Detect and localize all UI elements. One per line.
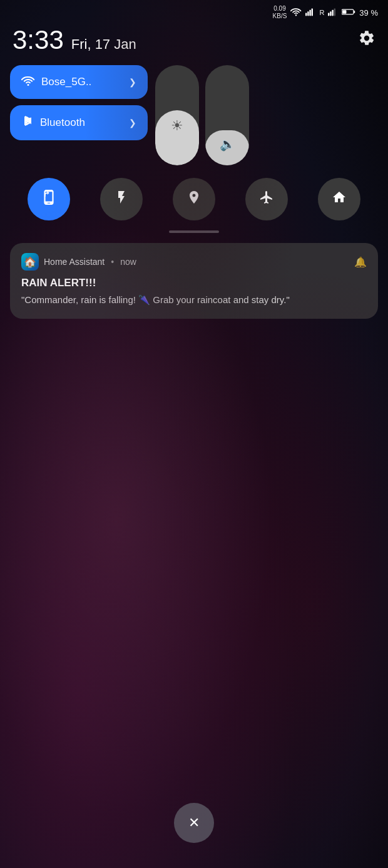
notification-bell-icon: 🔔	[354, 256, 367, 268]
brightness-icon: ☀	[171, 118, 183, 134]
app-name: Home Assistant	[44, 257, 105, 267]
svg-rect-7	[334, 8, 335, 16]
bluetooth-tile-label: Bluetooth	[40, 116, 123, 129]
wifi-tile-label: Bose_5G..	[41, 76, 123, 88]
notif-separator: •	[111, 257, 114, 267]
location-action-btn[interactable]	[173, 178, 215, 220]
wifi-icon	[290, 8, 302, 18]
network-speed: 0.09 KB/S	[273, 5, 287, 20]
time-bar: 3:33 Fri, 17 Jan	[0, 23, 388, 65]
app-icon: 🏠	[21, 253, 39, 271]
svg-rect-5	[330, 11, 332, 16]
volume-icon: 🔈	[220, 137, 235, 152]
flashlight-icon	[114, 190, 129, 209]
airplane-action-btn[interactable]	[245, 178, 288, 220]
svg-rect-4	[328, 13, 329, 16]
settings-icon[interactable]	[358, 29, 375, 51]
close-button[interactable]: ✕	[174, 803, 214, 843]
svg-rect-0	[305, 13, 307, 16]
brightness-fill: ☀	[155, 110, 199, 165]
volume-slider[interactable]: 🔈	[205, 65, 249, 165]
notification-header: 🏠 Home Assistant • now 🔔	[21, 253, 367, 271]
toggle-tiles: Bose_5G.. ❯ Bluetooth ❯	[10, 65, 148, 165]
notification-title: RAIN ALERT!!!	[21, 277, 367, 289]
svg-rect-6	[332, 9, 334, 16]
close-icon: ✕	[188, 815, 200, 831]
svg-rect-2	[310, 9, 311, 16]
svg-rect-3	[312, 8, 313, 16]
bluetooth-chevron-icon: ❯	[129, 118, 136, 128]
signal-icon-2	[328, 8, 338, 18]
home-action-btn[interactable]	[318, 178, 360, 220]
svg-rect-10	[343, 10, 347, 14]
brightness-slider[interactable]: ☀	[155, 65, 199, 165]
bluetooth-tile[interactable]: Bluetooth ❯	[10, 105, 148, 140]
bluetooth-tile-icon	[21, 114, 34, 132]
sliders-area: ☀ 🔈	[155, 65, 378, 165]
battery-icon	[342, 8, 355, 18]
wifi-tile-icon	[21, 74, 35, 90]
rotate-action-btn[interactable]	[28, 178, 70, 220]
status-bar: 0.09 KB/S R 39 %	[0, 0, 388, 23]
notif-time: now	[120, 257, 136, 267]
battery-percent: 39 %	[359, 8, 378, 18]
signal-r-label: R	[319, 9, 324, 16]
airplane-icon	[259, 190, 274, 209]
svg-rect-9	[354, 11, 355, 13]
wifi-chevron-icon: ❯	[129, 77, 136, 87]
svg-rect-1	[308, 11, 309, 16]
quick-tiles-area: Bose_5G.. ❯ Bluetooth ❯ ☀	[0, 65, 388, 165]
location-icon	[186, 190, 202, 209]
home-icon	[332, 190, 347, 209]
volume-fill: 🔈	[205, 130, 249, 165]
notification-card[interactable]: 🏠 Home Assistant • now 🔔 RAIN ALERT!!! "…	[10, 243, 378, 319]
wifi-tile[interactable]: Bose_5G.. ❯	[10, 65, 148, 99]
rotate-icon	[41, 189, 57, 209]
signal-icon-1	[305, 8, 315, 18]
notification-body: "Commander, rain is falling! 🌂 Grab your…	[21, 293, 367, 306]
clock-date: Fri, 17 Jan	[71, 36, 136, 53]
quick-actions-row	[0, 173, 388, 225]
drag-handle	[169, 230, 219, 233]
flashlight-action-btn[interactable]	[100, 178, 143, 220]
clock-time: 3:33	[13, 25, 64, 55]
